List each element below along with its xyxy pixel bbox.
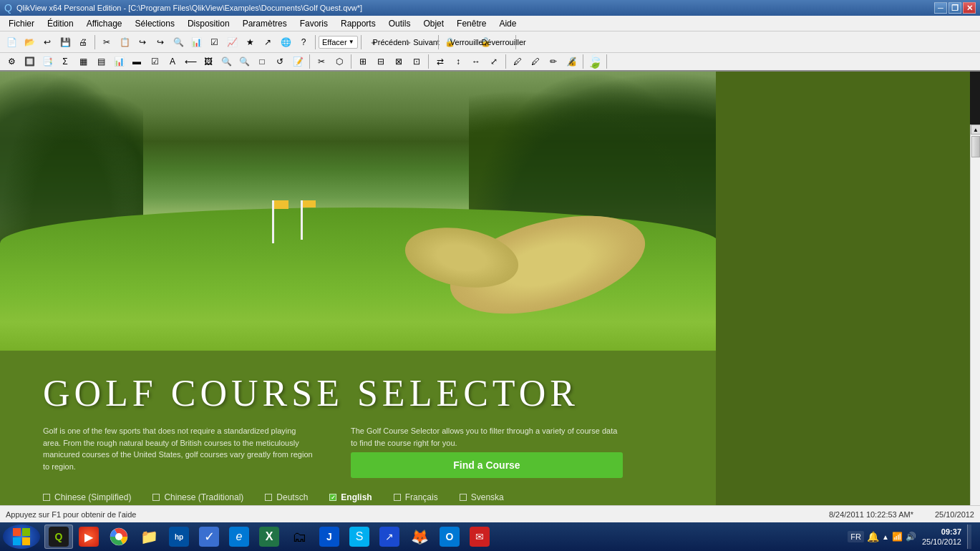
taskbar-media[interactable]: ▶: [74, 525, 103, 549]
tb2-btn30[interactable]: ✏: [545, 53, 562, 70]
search-button[interactable]: 🔍: [170, 34, 187, 51]
tb2-btn28[interactable]: 🖊: [509, 53, 526, 70]
taskbar-check[interactable]: ✓: [195, 525, 223, 549]
graph-button[interactable]: 📈: [223, 34, 241, 51]
web-button[interactable]: 🌐: [277, 34, 294, 51]
find-course-button[interactable]: Find a Course: [351, 452, 623, 478]
minimize-button[interactable]: ─: [934, 2, 947, 14]
menu-edition[interactable]: Édition: [42, 17, 79, 30]
verrouiller-button[interactable]: Verrouiller: [460, 34, 477, 51]
redo-button[interactable]: ↪: [134, 34, 151, 51]
tb2-btn32[interactable]: 🍃: [586, 53, 603, 70]
tb2-btn27[interactable]: ⤢: [485, 53, 503, 70]
tb2-btn13[interactable]: 🔍: [218, 53, 235, 70]
tb2-btn12[interactable]: 🖼: [200, 53, 217, 70]
menu-objet[interactable]: Objet: [417, 17, 450, 30]
tb2-btn16[interactable]: ↺: [271, 53, 288, 70]
tb2-btn20[interactable]: ⊞: [354, 53, 372, 70]
tb2-btn6[interactable]: ▤: [92, 53, 110, 70]
print-button[interactable]: 🖨: [74, 34, 92, 51]
taskbar-qlikview[interactable]: Q: [44, 525, 73, 549]
menu-outils[interactable]: Outils: [383, 17, 417, 30]
tb2-btn26[interactable]: ↔: [467, 53, 485, 70]
lang-francais[interactable]: Français: [394, 492, 438, 502]
tb2-btn14[interactable]: 🔍: [236, 53, 253, 70]
expand-icon[interactable]: ▲: [882, 533, 889, 541]
tb2-btn10[interactable]: A: [164, 53, 181, 70]
open-button[interactable]: 📂: [21, 34, 38, 51]
taskbar-ie[interactable]: e: [225, 525, 253, 549]
tb2-btn24[interactable]: ⇄: [432, 53, 449, 70]
tb2-btn3[interactable]: 📑: [39, 53, 56, 70]
help-button[interactable]: ?: [295, 34, 312, 51]
taskbar-firefox[interactable]: 🦊: [405, 525, 434, 549]
taskbar-files[interactable]: 📁: [135, 525, 163, 549]
tb2-btn17[interactable]: 📝: [289, 53, 306, 70]
menu-disposition[interactable]: Disposition: [182, 17, 236, 30]
system-clock[interactable]: 09:37 25/10/2012: [922, 527, 961, 547]
checkbox-button[interactable]: ☑: [205, 34, 223, 51]
lang-svenska[interactable]: Svenska: [460, 492, 504, 502]
lang-deutsch[interactable]: Deutsch: [265, 492, 308, 502]
star-button[interactable]: ★: [241, 34, 258, 51]
taskbar-hp[interactable]: hp: [165, 525, 193, 549]
tb2-btn4[interactable]: Σ: [57, 53, 74, 70]
scroll-thumb[interactable]: [971, 136, 980, 157]
lang-chinese-simplified[interactable]: Chinese (Simplified): [43, 492, 131, 502]
tb2-btn23[interactable]: ⊡: [408, 53, 425, 70]
copy-button[interactable]: 📋: [116, 34, 133, 51]
deverrouiller-button[interactable]: Déverrouiller: [495, 34, 513, 51]
tb2-btn9[interactable]: ☑: [146, 53, 163, 70]
tb2-btn2[interactable]: 🔲: [21, 53, 38, 70]
menu-fichier[interactable]: Fichier: [3, 17, 40, 30]
tb2-btn31[interactable]: 🔏: [563, 53, 580, 70]
tb2-btn5[interactable]: ▦: [74, 53, 92, 70]
suivant-button[interactable]: Suivant: [418, 34, 435, 51]
lang-english[interactable]: ✓ English: [329, 492, 372, 502]
menu-affichage[interactable]: Affichage: [81, 17, 128, 30]
taskbar-outlook[interactable]: O: [435, 525, 464, 549]
tb2-btn25[interactable]: ↕: [450, 53, 467, 70]
menu-parametres[interactable]: Paramètres: [237, 17, 293, 30]
close-button[interactable]: ✕: [963, 2, 976, 14]
menu-favoris[interactable]: Favoris: [294, 17, 334, 30]
lang-chinese-traditional[interactable]: Chinese (Traditional): [152, 492, 243, 502]
effacer-dropdown[interactable]: Effacer ▼: [319, 36, 358, 49]
tb2-btn19[interactable]: ⬡: [331, 53, 348, 70]
menu-rapports[interactable]: Rapports: [335, 17, 382, 30]
taskbar-skype[interactable]: S: [345, 525, 374, 549]
menu-aide[interactable]: Aide: [493, 17, 522, 30]
tb2-btn1[interactable]: ⚙: [3, 53, 20, 70]
redo2-button[interactable]: ↪: [152, 34, 169, 51]
tb2-btn11[interactable]: ⟵: [182, 53, 199, 70]
tb2-btn18[interactable]: ✂: [313, 53, 330, 70]
save-button[interactable]: 💾: [57, 34, 74, 51]
tb2-btn7[interactable]: 📊: [110, 53, 127, 70]
toolbar-separator-4: [438, 35, 439, 49]
taskbar-jira[interactable]: J: [315, 525, 344, 549]
taskbar-mail[interactable]: ✉: [465, 525, 494, 549]
tb2-btn21[interactable]: ⊟: [372, 53, 389, 70]
precedent-button[interactable]: Précédent: [382, 34, 399, 51]
scroll-up-button[interactable]: ▲: [971, 125, 980, 135]
new-button[interactable]: 📄: [3, 34, 20, 51]
undo-button[interactable]: ↩: [39, 34, 56, 51]
cut-button[interactable]: ✂: [98, 34, 115, 51]
taskbar-folder[interactable]: 🗂: [285, 525, 314, 549]
menu-fenetre[interactable]: Fenêtre: [451, 17, 492, 30]
show-desktop-button[interactable]: [967, 525, 971, 549]
tb2-btn22[interactable]: ⊠: [390, 53, 407, 70]
tb2-btn15[interactable]: □: [253, 53, 271, 70]
taskbar-graph[interactable]: ↗: [375, 525, 404, 549]
restore-button[interactable]: ❐: [949, 2, 961, 14]
suivant-label: Suivant: [413, 38, 440, 47]
menu-selections[interactable]: Sélections: [130, 17, 180, 30]
taskbar-chrome[interactable]: [105, 525, 133, 549]
start-button[interactable]: [3, 525, 40, 549]
tb2-btn8[interactable]: ▬: [128, 53, 145, 70]
chart-button[interactable]: 📊: [188, 34, 205, 51]
volume-icon[interactable]: 🔊: [906, 532, 916, 542]
export-button[interactable]: ↗: [259, 34, 276, 51]
tb2-btn29[interactable]: 🖊: [527, 53, 544, 70]
taskbar-excel[interactable]: X: [255, 525, 283, 549]
